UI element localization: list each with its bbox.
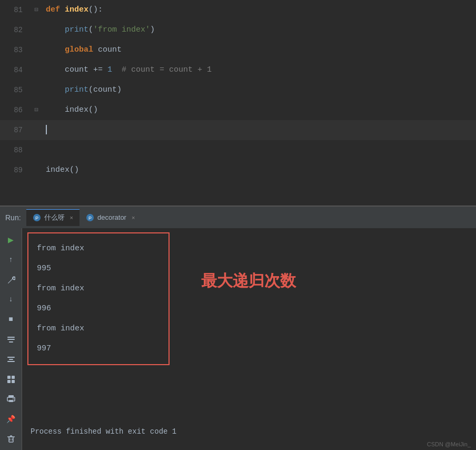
svg-point-17 xyxy=(13,398,14,399)
code-line-84: 84 count += 1 # count = count + 1 xyxy=(0,60,476,80)
code-lines: 81⊟def index():82 print('from index')83 … xyxy=(0,0,476,206)
output-line-6: 997 xyxy=(37,339,160,359)
tab-close-2[interactable]: × xyxy=(132,214,135,221)
process-finished: Process finished with exit code 1 xyxy=(31,427,176,436)
svg-rect-16 xyxy=(9,400,13,402)
grid-button[interactable] xyxy=(4,372,18,387)
collapse-icon[interactable]: ⊟ xyxy=(34,100,38,120)
output-line-5: from index xyxy=(37,319,160,339)
output-line-4: 996 xyxy=(37,299,160,319)
collapse-icon[interactable]: ⊟ xyxy=(34,0,38,20)
tab-label-1: 什么呀 xyxy=(44,213,65,222)
svg-rect-5 xyxy=(7,339,15,340)
line-content-87 xyxy=(44,120,476,140)
line-gutter-81: ⊟ xyxy=(29,0,44,20)
svg-rect-13 xyxy=(12,380,15,383)
run-button[interactable]: ▶ xyxy=(4,232,18,247)
python-icon-1: P xyxy=(33,213,41,222)
line-number-86: 86 xyxy=(0,100,29,120)
svg-text:P: P xyxy=(88,216,92,221)
line-number-89: 89 xyxy=(0,160,29,180)
run-label: Run: xyxy=(5,213,21,222)
svg-rect-10 xyxy=(7,376,11,379)
run-sidebar: ▶ ↑ ↓ ■ xyxy=(0,228,22,450)
line-content-81: def index(): xyxy=(44,0,476,20)
code-line-88: 88 xyxy=(0,140,476,160)
code-line-87: 87 xyxy=(0,120,476,140)
stop-button[interactable]: ■ xyxy=(4,312,18,327)
wrench-button[interactable] xyxy=(4,272,18,287)
print-button[interactable] xyxy=(4,392,18,407)
output-area: from index 995 from index 996 from index… xyxy=(22,228,476,450)
editor-area: 81⊟def index():82 print('from index')83 … xyxy=(0,0,476,206)
align-bottom-button[interactable] xyxy=(4,332,18,347)
svg-rect-11 xyxy=(12,376,15,379)
output-box: from index 995 from index 996 from index… xyxy=(27,232,170,365)
code-line-82: 82 print('from index') xyxy=(0,20,476,40)
line-number-85: 85 xyxy=(0,80,29,100)
line-number-84: 84 xyxy=(0,60,29,80)
line-content-83: global count xyxy=(44,40,476,60)
line-number-88: 88 xyxy=(0,140,29,160)
align-top-button[interactable] xyxy=(4,352,18,367)
output-line-2: 995 xyxy=(37,259,160,279)
output-line-3: from index xyxy=(37,279,160,299)
annotation-text: 最大递归次数 xyxy=(201,270,296,292)
svg-rect-7 xyxy=(7,357,15,358)
svg-text:P: P xyxy=(35,216,38,221)
line-content-86: index() xyxy=(44,100,476,120)
tab-decorator[interactable]: P decorator × xyxy=(80,209,141,226)
svg-rect-18 xyxy=(9,437,13,442)
line-content-82: print('from index') xyxy=(44,20,476,40)
line-content-89: index() xyxy=(44,160,476,180)
line-number-83: 83 xyxy=(0,40,29,60)
watermark: CSDN @MeiJin_ xyxy=(427,441,471,447)
tab-什么呀[interactable]: P 什么呀 × xyxy=(26,209,80,226)
line-gutter-86: ⊟ xyxy=(29,100,44,120)
line-number-82: 82 xyxy=(0,20,29,40)
svg-rect-12 xyxy=(7,380,11,383)
trash-button[interactable] xyxy=(4,432,18,446)
line-number-81: 81 xyxy=(0,0,29,20)
code-line-86: 86⊟ index() xyxy=(0,100,476,120)
tab-close-1[interactable]: × xyxy=(70,214,73,221)
code-line-89: 89index() xyxy=(0,160,476,180)
line-number-87: 87 xyxy=(0,120,29,140)
scroll-down-button[interactable]: ↓ xyxy=(4,292,18,307)
svg-rect-4 xyxy=(7,337,15,338)
svg-rect-8 xyxy=(9,359,13,360)
run-panel: Run: P 什么呀 × P decorator × ▶ xyxy=(0,206,476,450)
code-line-85: 85 print(count) xyxy=(0,80,476,100)
scroll-up-button[interactable]: ↑ xyxy=(4,252,18,267)
line-content-84: count += 1 # count = count + 1 xyxy=(44,60,476,80)
run-content: ▶ ↑ ↓ ■ xyxy=(0,228,476,450)
code-line-83: 83 global count xyxy=(0,40,476,60)
svg-rect-9 xyxy=(7,361,15,362)
svg-rect-6 xyxy=(9,341,13,343)
tab-label-2: decorator xyxy=(97,213,126,221)
code-line-81: 81⊟def index(): xyxy=(0,0,476,20)
python-icon-2: P xyxy=(86,213,94,222)
line-content-85: print(count) xyxy=(44,80,476,100)
pin-button[interactable]: 📌 xyxy=(4,412,18,426)
output-line-1: from index xyxy=(37,239,160,259)
run-header: Run: P 什么呀 × P decorator × xyxy=(0,206,476,228)
